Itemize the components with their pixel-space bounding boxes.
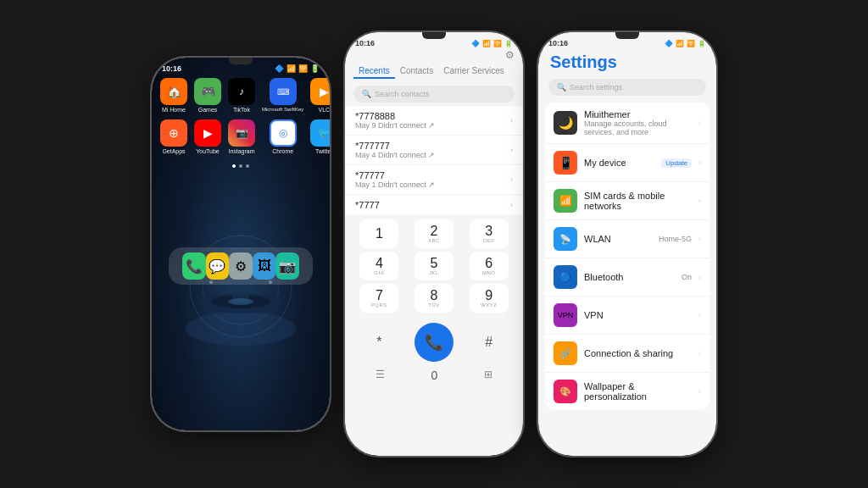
settings-item-miuithemer[interactable]: 🌙 Miuithemer Manage accounts, cloud serv… [545,103,709,144]
arrow-wallpaper: › [698,387,701,396]
instagram-label: Instagram [228,148,254,154]
search-bar[interactable]: 🔍 Search contacts [353,86,515,103]
sim-content: SIM cards & mobile networks [584,191,692,211]
device-title: My device [584,158,654,168]
app-mi-home[interactable]: 🏠 Mi Home [160,78,187,113]
call-arrow-1: › [510,116,513,125]
games-icon: 🎮 [194,78,221,105]
dialpad-icon[interactable]: ⊞ [484,369,492,382]
app-instagram[interactable]: 📷 Instagram [228,119,255,154]
dial-key-5[interactable]: 5JKL [415,252,453,280]
tab-carrier[interactable]: Carrier Services [438,64,509,79]
wlan-content: WLAN [584,234,652,244]
voicemail-icon[interactable]: ☰ [376,369,385,382]
search-icon: 🔍 [362,90,371,98]
dock-camera[interactable]: 📷 [275,252,299,280]
dock-settings[interactable]: ⚙ [229,252,253,280]
bt-content: Bluetooth [584,272,675,282]
wifi-icon: 🛜 [298,64,308,73]
dialer-settings-icon[interactable]: ⚙ [505,49,515,61]
miuithemer-content: Miuithemer Manage accounts, cloud servic… [584,109,692,136]
dial-key-6[interactable]: 6MNO [470,252,509,280]
call-item-4[interactable]: *7777 › [345,195,523,216]
dial-row-2: 4GHI 5JKL 6MNO [352,252,516,280]
app-chrome[interactable]: ◎ Chrome [262,119,303,154]
app-twitter[interactable]: 🐦 Twitter [310,119,330,154]
dial-key-7[interactable]: 7PQRS [359,284,398,313]
miuithemer-icon: 🌙 [554,111,577,135]
svg-point-8 [228,298,253,305]
dial-row-1: 1 2ABC 3DEF [352,219,516,248]
dial-key-4[interactable]: 4GHI [359,252,398,280]
connection-title: Connection & sharing [584,348,692,358]
settings-item-bluetooth[interactable]: 🔵 Bluetooth On › [545,258,709,297]
dial-key-9[interactable]: 9WXYZ [470,284,509,313]
battery-icon: 🔋 [698,40,706,47]
dial-key-2[interactable]: 2ABC [415,219,453,248]
app-swiftkey[interactable]: ⌨ Microsoft SwiftKey [262,78,303,113]
dial-row-3: 7PQRS 8TUV 9WXYZ [352,284,516,313]
tab-contacts[interactable]: Contacts [395,64,438,79]
call-button[interactable]: 📞 [415,323,453,362]
wlan-value: Home-5G [659,235,692,243]
settings-search[interactable]: 🔍 Search settings [548,79,706,96]
status-icons: 🔷 📶 🛜 🔋 [471,40,513,47]
call-number-3: *77777 [355,170,510,180]
connection-content: Connection & sharing [584,348,692,358]
app-youtube[interactable]: ▶ YouTube [194,119,221,154]
call-info-2: *777777 May 4 Didn't connect ↗ [355,141,510,159]
search-placeholder-text: Search settings [570,83,622,92]
phone1-notch [229,58,253,64]
settings-item-connection[interactable]: 🔗 Connection & sharing › [545,335,709,373]
tab-recents[interactable]: Recents [353,64,395,79]
dial-num-3: 3 [485,225,492,238]
bt-icon: 🔷 [471,40,480,47]
settings-item-sim[interactable]: 📶 SIM cards & mobile networks › [545,182,709,220]
status-time: 10:16 [162,64,181,73]
dock: 📞 💬 ⚙ 🖼 📷 [169,247,313,285]
settings-list: 🌙 Miuithemer Manage accounts, cloud serv… [545,103,709,410]
dial-key-3[interactable]: 3DEF [470,219,509,248]
search-icon: 🔍 [557,83,566,92]
getapps-icon: ⊕ [160,119,187,147]
bluetooth-icon: 🔷 [275,64,284,73]
zero-key[interactable]: 0 [431,369,438,382]
signal-icon: 📶 [676,40,684,47]
call-info-4: *7777 [355,200,510,210]
page-dots [152,164,330,168]
bt-value: On [682,273,692,281]
instagram-icon: 📷 [228,119,255,147]
arrow-bt: › [698,273,701,281]
vpn-icon: VPN [554,303,577,327]
dial-hash-btn[interactable]: # [470,328,509,357]
app-vlc[interactable]: ▶ VLC [310,78,330,113]
recent-calls-list: *7778888 May 9 Didn't connect ↗ › *77777… [345,106,523,216]
phone2-dialer: 10:16 🔷 📶 🛜 🔋 ⚙ Recents Contacts Carrier… [345,32,523,456]
chrome-label: Chrome [272,148,293,154]
call-item-3[interactable]: *77777 May 1 Didn't connect ↗ › [345,165,523,195]
youtube-label: YouTube [196,148,220,154]
device-content: My device [584,158,654,168]
youtube-icon: ▶ [194,119,221,147]
settings-item-wallpaper[interactable]: 🎨 Wallpaper & personalization › [545,373,709,410]
call-arrow-3: › [510,175,513,184]
dock-gallery[interactable]: 🖼 [253,252,276,280]
settings-item-mydevice[interactable]: 📱 My device Update › [545,144,709,182]
call-number-4: *7777 [355,200,510,210]
dock-messages[interactable]: 💬 [206,252,230,280]
dial-key-1[interactable]: 1 [359,219,398,248]
settings-item-vpn[interactable]: VPN VPN › [545,297,709,335]
app-tiktok[interactable]: ♪ TikTok [228,78,255,113]
call-item-2[interactable]: *777777 May 4 Didn't connect ↗ › [345,136,523,165]
app-games[interactable]: 🎮 Games [194,78,221,113]
settings-item-wlan[interactable]: 📡 WLAN Home-5G › [545,220,709,258]
dial-key-8[interactable]: 8TUV [415,284,453,313]
wallpaper-title: Wallpaper & personalization [584,381,692,402]
app-getapps[interactable]: ⊕ GetApps [160,119,187,154]
call-item-1[interactable]: *7778888 May 9 Didn't connect ↗ › [345,106,523,136]
dial-star-btn[interactable]: * [359,328,398,357]
dock-phone[interactable]: 📞 [182,252,206,280]
sim-icon: 📶 [554,189,577,213]
call-info-1: *7778888 May 9 Didn't connect ↗ [355,111,510,130]
call-number-1: *7778888 [355,111,510,121]
